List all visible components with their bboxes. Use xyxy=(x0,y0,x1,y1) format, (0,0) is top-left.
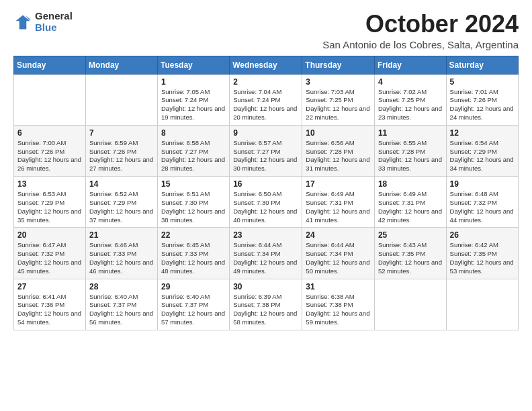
day-number: 18 xyxy=(378,179,443,189)
day-info: Sunrise: 6:43 AMSunset: 7:35 PMDaylight:… xyxy=(378,241,443,275)
table-row: 22Sunrise: 6:45 AMSunset: 7:33 PMDayligh… xyxy=(158,228,230,279)
calendar-table: Sunday Monday Tuesday Wednesday Thursday… xyxy=(13,56,519,330)
table-row: 15Sunrise: 6:51 AMSunset: 7:30 PMDayligh… xyxy=(158,177,230,228)
day-info: Sunrise: 6:56 AMSunset: 7:28 PMDaylight:… xyxy=(306,139,371,173)
day-number: 31 xyxy=(306,282,371,291)
day-number: 6 xyxy=(17,128,82,138)
day-number: 12 xyxy=(450,128,515,138)
table-row: 31Sunrise: 6:38 AMSunset: 7:38 PMDayligh… xyxy=(302,279,375,330)
table-row: 26Sunrise: 6:42 AMSunset: 7:35 PMDayligh… xyxy=(446,228,518,279)
day-number: 15 xyxy=(161,179,226,189)
table-row: 13Sunrise: 6:53 AMSunset: 7:29 PMDayligh… xyxy=(14,177,86,228)
header: General Blue October 2024 San Antonio de… xyxy=(13,11,519,50)
day-info: Sunrise: 6:38 AMSunset: 7:38 PMDaylight:… xyxy=(306,293,371,327)
table-row: 30Sunrise: 6:39 AMSunset: 7:38 PMDayligh… xyxy=(230,279,302,330)
day-number: 24 xyxy=(306,230,371,240)
day-number: 4 xyxy=(378,77,443,87)
day-info: Sunrise: 6:45 AMSunset: 7:33 PMDaylight:… xyxy=(161,241,226,275)
table-row: 21Sunrise: 6:46 AMSunset: 7:33 PMDayligh… xyxy=(85,228,157,279)
day-info: Sunrise: 6:57 AMSunset: 7:27 PMDaylight:… xyxy=(233,139,298,173)
day-number: 23 xyxy=(233,230,298,240)
day-info: Sunrise: 6:50 AMSunset: 7:30 PMDaylight:… xyxy=(233,190,298,224)
month-title: October 2024 xyxy=(322,11,519,38)
day-number: 11 xyxy=(378,128,443,138)
table-row: 29Sunrise: 6:40 AMSunset: 7:37 PMDayligh… xyxy=(158,279,230,330)
header-monday: Monday xyxy=(85,56,157,74)
table-row: 6Sunrise: 7:00 AMSunset: 7:26 PMDaylight… xyxy=(14,125,86,176)
day-number: 28 xyxy=(89,282,154,291)
day-info: Sunrise: 6:44 AMSunset: 7:34 PMDaylight:… xyxy=(306,241,371,275)
header-thursday: Thursday xyxy=(302,56,375,74)
day-number: 21 xyxy=(89,230,154,240)
day-info: Sunrise: 6:53 AMSunset: 7:29 PMDaylight:… xyxy=(17,190,82,224)
day-info: Sunrise: 6:39 AMSunset: 7:38 PMDaylight:… xyxy=(233,293,298,327)
day-number: 30 xyxy=(233,282,298,291)
table-row: 12Sunrise: 6:54 AMSunset: 7:29 PMDayligh… xyxy=(446,125,518,176)
table-row: 17Sunrise: 6:49 AMSunset: 7:31 PMDayligh… xyxy=(302,177,375,228)
week-row-4: 20Sunrise: 6:47 AMSunset: 7:32 PMDayligh… xyxy=(14,228,519,279)
table-row: 23Sunrise: 6:44 AMSunset: 7:34 PMDayligh… xyxy=(230,228,302,279)
header-sunday: Sunday xyxy=(14,56,86,74)
day-info: Sunrise: 6:44 AMSunset: 7:34 PMDaylight:… xyxy=(233,241,298,275)
day-info: Sunrise: 6:51 AMSunset: 7:30 PMDaylight:… xyxy=(161,190,226,224)
table-row: 11Sunrise: 6:55 AMSunset: 7:28 PMDayligh… xyxy=(374,125,446,176)
day-number: 13 xyxy=(17,179,82,189)
day-info: Sunrise: 6:47 AMSunset: 7:32 PMDaylight:… xyxy=(17,241,82,275)
day-info: Sunrise: 7:02 AMSunset: 7:25 PMDaylight:… xyxy=(378,88,443,122)
day-number: 8 xyxy=(161,128,226,138)
table-row: 16Sunrise: 6:50 AMSunset: 7:30 PMDayligh… xyxy=(230,177,302,228)
location-subtitle: San Antonio de los Cobres, Salta, Argent… xyxy=(322,39,519,50)
day-number: 26 xyxy=(450,230,515,240)
day-info: Sunrise: 6:49 AMSunset: 7:31 PMDaylight:… xyxy=(306,190,371,224)
day-info: Sunrise: 6:48 AMSunset: 7:32 PMDaylight:… xyxy=(450,190,515,224)
day-number: 17 xyxy=(306,179,371,189)
header-friday: Friday xyxy=(374,56,446,74)
day-info: Sunrise: 6:55 AMSunset: 7:28 PMDaylight:… xyxy=(378,139,443,173)
day-number: 20 xyxy=(17,230,82,240)
day-info: Sunrise: 6:42 AMSunset: 7:35 PMDaylight:… xyxy=(450,241,515,275)
table-row: 14Sunrise: 6:52 AMSunset: 7:29 PMDayligh… xyxy=(85,177,157,228)
table-row: 7Sunrise: 6:59 AMSunset: 7:26 PMDaylight… xyxy=(85,125,157,176)
table-row: 27Sunrise: 6:41 AMSunset: 7:36 PMDayligh… xyxy=(14,279,86,330)
table-row: 25Sunrise: 6:43 AMSunset: 7:35 PMDayligh… xyxy=(374,228,446,279)
table-row: 24Sunrise: 6:44 AMSunset: 7:34 PMDayligh… xyxy=(302,228,375,279)
table-row: 2Sunrise: 7:04 AMSunset: 7:24 PMDaylight… xyxy=(230,74,302,125)
table-row: 5Sunrise: 7:01 AMSunset: 7:26 PMDaylight… xyxy=(446,74,518,125)
table-row: 3Sunrise: 7:03 AMSunset: 7:25 PMDaylight… xyxy=(302,74,375,125)
page-container: General Blue October 2024 San Antonio de… xyxy=(13,11,519,330)
header-saturday: Saturday xyxy=(446,56,518,74)
logo-text: General Blue xyxy=(35,11,73,33)
day-info: Sunrise: 6:40 AMSunset: 7:37 PMDaylight:… xyxy=(89,293,154,327)
day-info: Sunrise: 6:58 AMSunset: 7:27 PMDaylight:… xyxy=(161,139,226,173)
table-row: 8Sunrise: 6:58 AMSunset: 7:27 PMDaylight… xyxy=(158,125,230,176)
day-info: Sunrise: 7:00 AMSunset: 7:26 PMDaylight:… xyxy=(17,139,82,173)
day-info: Sunrise: 6:52 AMSunset: 7:29 PMDaylight:… xyxy=(89,190,154,224)
logo: General Blue xyxy=(13,11,73,33)
day-number: 22 xyxy=(161,230,226,240)
day-number: 3 xyxy=(306,77,371,87)
title-section: October 2024 San Antonio de los Cobres, … xyxy=(322,11,519,50)
day-number: 2 xyxy=(233,77,298,87)
day-info: Sunrise: 6:49 AMSunset: 7:31 PMDaylight:… xyxy=(378,190,443,224)
day-number: 25 xyxy=(378,230,443,240)
week-row-1: 1Sunrise: 7:05 AMSunset: 7:24 PMDaylight… xyxy=(14,74,519,125)
day-number: 27 xyxy=(17,282,82,291)
table-row: 9Sunrise: 6:57 AMSunset: 7:27 PMDaylight… xyxy=(230,125,302,176)
day-info: Sunrise: 6:41 AMSunset: 7:36 PMDaylight:… xyxy=(17,293,82,327)
table-row: 20Sunrise: 6:47 AMSunset: 7:32 PMDayligh… xyxy=(14,228,86,279)
table-row: 18Sunrise: 6:49 AMSunset: 7:31 PMDayligh… xyxy=(374,177,446,228)
day-info: Sunrise: 6:46 AMSunset: 7:33 PMDaylight:… xyxy=(89,241,154,275)
table-row xyxy=(446,279,518,330)
day-info: Sunrise: 7:05 AMSunset: 7:24 PMDaylight:… xyxy=(161,88,226,122)
logo-blue-text: Blue xyxy=(35,22,73,34)
day-number: 29 xyxy=(161,282,226,291)
table-row xyxy=(14,74,86,125)
week-row-5: 27Sunrise: 6:41 AMSunset: 7:36 PMDayligh… xyxy=(14,279,519,330)
table-row: 1Sunrise: 7:05 AMSunset: 7:24 PMDaylight… xyxy=(158,74,230,125)
day-info: Sunrise: 6:59 AMSunset: 7:26 PMDaylight:… xyxy=(89,139,154,173)
day-info: Sunrise: 6:40 AMSunset: 7:37 PMDaylight:… xyxy=(161,293,226,327)
day-number: 1 xyxy=(161,77,226,87)
day-number: 7 xyxy=(89,128,154,138)
day-info: Sunrise: 7:04 AMSunset: 7:24 PMDaylight:… xyxy=(233,88,298,122)
day-number: 14 xyxy=(89,179,154,189)
